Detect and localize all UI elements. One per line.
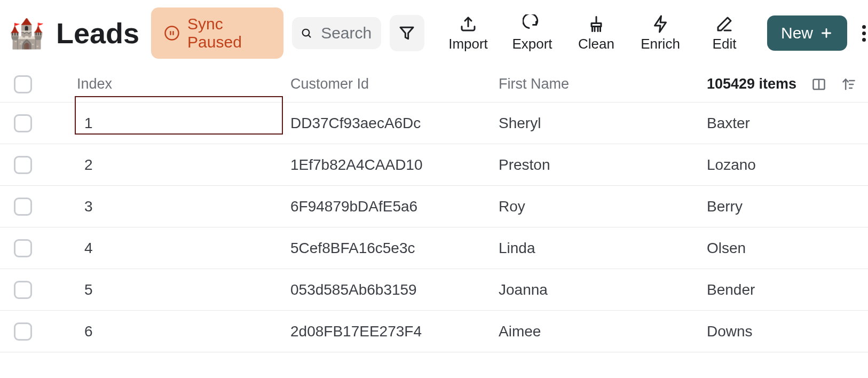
row-checkbox[interactable] xyxy=(14,198,32,216)
cell-index[interactable]: 1 xyxy=(75,115,288,132)
edit-button[interactable]: Edit xyxy=(700,14,749,52)
row-checkbox[interactable] xyxy=(14,239,32,257)
sync-status-pill[interactable]: Sync Paused xyxy=(151,7,283,59)
cell-customer-id[interactable]: 6F94879bDAfE5a6 xyxy=(288,198,496,215)
workspace-logo: 🏰 xyxy=(9,19,44,48)
cell-last-name[interactable]: Bender xyxy=(705,281,865,298)
cell-customer-id[interactable]: DD37Cf93aecA6Dc xyxy=(288,115,496,132)
svg-point-3 xyxy=(303,29,310,36)
column-header-index[interactable]: Index xyxy=(75,76,288,92)
more-dot xyxy=(862,32,866,35)
funnel-icon xyxy=(398,25,415,42)
more-menu[interactable] xyxy=(856,19,868,48)
cell-last-name[interactable]: Downs xyxy=(705,323,865,340)
cell-first-name[interactable]: Linda xyxy=(496,240,705,257)
page-title: Leads xyxy=(56,17,139,50)
cell-first-name[interactable]: Joanna xyxy=(496,281,705,298)
search-input[interactable] xyxy=(320,23,373,43)
table-row[interactable]: 21Ef7b82A4CAAD10PrestonLozano xyxy=(0,144,868,186)
export-label: Export xyxy=(512,36,552,52)
pause-circle-icon xyxy=(164,25,180,41)
svg-line-4 xyxy=(309,35,311,37)
cell-customer-id[interactable]: 2d08FB17EE273F4 xyxy=(288,323,496,340)
leads-table: Index Customer Id First Name 105429 item… xyxy=(0,66,868,352)
sort-button[interactable] xyxy=(841,77,856,92)
import-button[interactable]: Import xyxy=(444,14,493,52)
cell-index[interactable]: 4 xyxy=(75,240,288,257)
cell-first-name[interactable]: Sheryl xyxy=(496,115,705,132)
row-checkbox[interactable] xyxy=(14,114,32,132)
cell-index[interactable]: 6 xyxy=(75,323,288,340)
columns-button[interactable] xyxy=(811,77,826,92)
sync-status-label: Sync Paused xyxy=(187,15,271,51)
export-icon xyxy=(523,14,542,34)
filter-button[interactable] xyxy=(390,15,424,51)
new-button[interactable]: New xyxy=(767,15,847,51)
import-label: Import xyxy=(448,36,488,52)
cell-customer-id[interactable]: 053d585Ab6b3159 xyxy=(288,281,496,298)
table-row[interactable]: 1DD37Cf93aecA6DcSherylBaxter xyxy=(0,103,868,144)
import-icon xyxy=(459,14,478,34)
edit-label: Edit xyxy=(713,36,737,52)
clean-label: Clean xyxy=(578,36,614,52)
more-dot xyxy=(862,25,866,29)
enrich-button[interactable]: Enrich xyxy=(636,14,685,52)
table-header: Index Customer Id First Name 105429 item… xyxy=(0,66,868,103)
select-all-checkbox[interactable] xyxy=(14,75,32,93)
plus-icon xyxy=(819,26,833,40)
cell-last-name[interactable]: Berry xyxy=(705,198,865,215)
cell-last-name[interactable]: Lozano xyxy=(705,156,865,174)
clean-button[interactable]: Clean xyxy=(572,14,621,52)
table-row[interactable]: 36F94879bDAfE5a6RoyBerry xyxy=(0,186,868,227)
column-header-customer-id[interactable]: Customer Id xyxy=(288,76,496,92)
cell-first-name[interactable]: Preston xyxy=(496,156,705,174)
enrich-icon xyxy=(651,14,670,34)
cell-index[interactable]: 2 xyxy=(75,156,288,174)
search-icon xyxy=(301,25,312,41)
cell-last-name[interactable]: Olsen xyxy=(705,240,865,257)
table-row[interactable]: 62d08FB17EE273F4AimeeDowns xyxy=(0,311,868,352)
svg-marker-5 xyxy=(400,27,413,38)
row-checkbox[interactable] xyxy=(14,281,32,299)
row-checkbox[interactable] xyxy=(14,156,32,174)
enrich-label: Enrich xyxy=(641,36,680,52)
more-dot xyxy=(862,38,866,42)
cell-index[interactable]: 3 xyxy=(75,198,288,215)
action-buttons: Import Export Clean Enrich Edit xyxy=(444,14,749,52)
table-row[interactable]: 45Cef8BFA16c5e3cLindaOlsen xyxy=(0,227,868,269)
table-row[interactable]: 5053d585Ab6b3159JoannaBender xyxy=(0,269,868,311)
search-box[interactable] xyxy=(292,17,381,49)
toolbar: 🏰 Leads Sync Paused Import Export xyxy=(0,0,868,66)
row-checkbox[interactable] xyxy=(14,322,32,341)
cell-customer-id[interactable]: 1Ef7b82A4CAAD10 xyxy=(288,156,496,174)
item-count: 105429 items xyxy=(707,76,796,92)
new-button-label: New xyxy=(781,24,813,42)
svg-point-0 xyxy=(165,27,179,40)
cell-last-name[interactable]: Baxter xyxy=(705,115,865,132)
clean-icon xyxy=(587,14,606,34)
cell-first-name[interactable]: Aimee xyxy=(496,323,705,340)
export-button[interactable]: Export xyxy=(508,14,557,52)
cell-customer-id[interactable]: 5Cef8BFA16c5e3c xyxy=(288,240,496,257)
cell-first-name[interactable]: Roy xyxy=(496,198,705,215)
cell-index[interactable]: 5 xyxy=(75,281,288,298)
columns-icon xyxy=(811,77,826,92)
edit-icon xyxy=(715,14,734,34)
column-header-first-name[interactable]: First Name xyxy=(496,76,705,92)
sort-icon xyxy=(841,77,856,92)
